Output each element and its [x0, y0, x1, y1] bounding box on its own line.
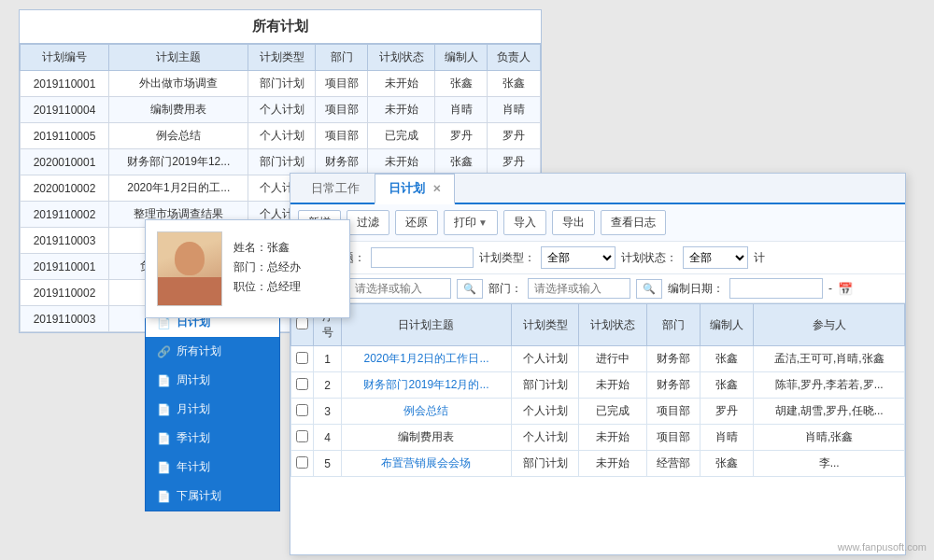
table-cell: 2019110004 — [21, 97, 109, 123]
bg-panel-title: 所有计划 — [20, 10, 541, 44]
sidebar-item-所有计划[interactable]: 🔗所有计划 — [146, 337, 279, 366]
row-dept: 经营部 — [646, 451, 700, 477]
topic-link[interactable]: 财务部门2019年12月的... — [363, 378, 488, 391]
row-editor: 张鑫 — [700, 346, 754, 372]
table-cell: 2019110002 — [21, 202, 109, 228]
sidebar-item-label: 周计划 — [177, 372, 210, 388]
row-dept: 项目部 — [646, 399, 700, 425]
main-table-header: 部门 — [646, 304, 700, 346]
editor-filter-input[interactable] — [348, 278, 451, 299]
table-cell: 项目部 — [316, 71, 368, 97]
dept-search-button[interactable]: 🔍 — [636, 279, 662, 299]
bg-table-header: 负责人 — [488, 45, 541, 71]
tab-close-icon[interactable]: ✕ — [432, 183, 441, 194]
row-checkbox[interactable] — [296, 352, 308, 364]
tab-daily-work[interactable]: 日常工作 — [298, 175, 373, 203]
row-number: 4 — [314, 425, 342, 451]
tab-daily-plan[interactable]: 日计划 ✕ — [375, 174, 455, 204]
tab-daily-work-label: 日常工作 — [311, 181, 360, 195]
position-label: 职位： — [234, 280, 267, 293]
row-dept: 财务部 — [646, 346, 700, 372]
table-row[interactable]: 2019110005例会总结个人计划项目部已完成罗丹罗丹 — [21, 123, 541, 149]
row-type: 部门计划 — [511, 372, 579, 399]
dept-label: 部门： — [234, 260, 267, 273]
topic-filter-input[interactable] — [371, 247, 474, 268]
user-position-row: 职位：总经理 — [234, 279, 338, 295]
row-checkbox[interactable] — [296, 430, 308, 442]
table-row[interactable]: 2019110001外出做市场调查部门计划项目部未开始张鑫张鑫 — [21, 71, 541, 97]
sidebar-item-label: 下属计划 — [177, 488, 221, 504]
editor-search-button[interactable]: 🔍 — [457, 279, 483, 299]
table-cell: 张鑫 — [435, 149, 488, 175]
row-type: 个人计划 — [511, 346, 579, 372]
extra-label: 计 — [754, 250, 765, 266]
filter-button[interactable]: 过滤 — [347, 210, 389, 235]
avatar — [157, 231, 222, 306]
tab-daily-plan-label: 日计划 — [389, 181, 425, 195]
sidebar-item-下属计划[interactable]: 📄下属计划 — [146, 482, 279, 511]
log-button[interactable]: 查看日志 — [601, 210, 666, 235]
table-row[interactable]: 2020010001财务部门2019年12...部门计划财务部未开始张鑫罗丹 — [21, 149, 541, 175]
date-start-input[interactable] — [729, 278, 823, 299]
table-row[interactable]: 2财务部门2019年12月的...部门计划未开始财务部张鑫陈菲,罗丹,李若若,罗… — [291, 372, 905, 399]
type-filter-select[interactable]: 全部 个人计划 部门计划 — [541, 246, 616, 269]
filter-row-2: 编制人： 🔍 部门： 🔍 编制日期： - 📅 — [290, 274, 905, 303]
row-checkbox[interactable] — [296, 404, 308, 416]
sidebar-item-月计划[interactable]: 📄月计划 — [146, 395, 279, 424]
table-cell: 部门计划 — [248, 149, 316, 175]
row-editor: 张鑫 — [700, 451, 754, 477]
status-filter-select[interactable]: 全部 未开始 进行中 已完成 — [683, 246, 748, 269]
row-editor: 罗丹 — [700, 399, 754, 425]
row-participants: 孟洁,王可可,肖晴,张鑫 — [754, 346, 905, 372]
bg-table-header: 计划类型 — [248, 45, 316, 71]
row-editor: 张鑫 — [700, 372, 754, 399]
dept-filter-label: 部门： — [488, 281, 522, 297]
data-table: 序号日计划主题计划类型计划状态部门编制人参与人 12020年1月2日的工作日..… — [290, 303, 905, 477]
table-cell: 2019110001 — [21, 254, 109, 280]
sidebar-item-年计划[interactable]: 📄年计划 — [146, 453, 279, 482]
position-value: 总经理 — [267, 280, 301, 293]
row-topic[interactable]: 布置营销展会会场 — [342, 451, 512, 477]
table-cell: 肖晴 — [488, 97, 541, 123]
table-cell: 肖晴 — [435, 97, 488, 123]
row-topic[interactable]: 2020年1月2日的工作日... — [342, 346, 512, 372]
row-participants: 陈菲,罗丹,李若若,罗... — [754, 372, 905, 399]
table-row[interactable]: 4编制费用表个人计划未开始项目部肖晴肖晴,张鑫 — [291, 425, 905, 451]
print-label: 打印 — [454, 215, 476, 231]
row-topic[interactable]: 例会总结 — [342, 399, 512, 425]
user-dept-row: 部门：总经办 — [234, 259, 338, 275]
export-button[interactable]: 导出 — [552, 210, 595, 235]
user-name-row: 姓名：张鑫 — [234, 240, 338, 256]
table-row[interactable]: 3例会总结个人计划已完成项目部罗丹胡建,胡雪,罗丹,任晓... — [291, 399, 905, 425]
sidebar-item-周计划[interactable]: 📄周计划 — [146, 366, 279, 395]
row-topic: 编制费用表 — [342, 425, 512, 451]
topic-link[interactable]: 例会总结 — [403, 404, 448, 417]
row-type: 个人计划 — [511, 425, 579, 451]
topic-link[interactable]: 2020年1月2日的工作日... — [363, 352, 488, 365]
main-table-header: 编制人 — [700, 304, 754, 346]
table-row[interactable]: 12020年1月2日的工作日...个人计划进行中财务部张鑫孟洁,王可可,肖晴,张… — [291, 346, 905, 372]
table-cell: 2020010001 — [21, 149, 109, 175]
table-cell: 个人计划 — [248, 123, 316, 149]
table-cell: 例会总结 — [109, 123, 248, 149]
table-cell: 2019110001 — [21, 71, 109, 97]
sidebar-item-季计划[interactable]: 📄季计划 — [146, 424, 279, 453]
select-all-checkbox[interactable] — [296, 317, 308, 329]
sidebar-item-icon: 📄 — [157, 461, 171, 474]
import-button[interactable]: 导入 — [503, 210, 546, 235]
row-topic[interactable]: 财务部门2019年12月的... — [342, 372, 512, 399]
row-type: 部门计划 — [511, 451, 579, 477]
table-row[interactable]: 5布置营销展会会场部门计划未开始经营部张鑫李... — [291, 451, 905, 477]
row-checkbox[interactable] — [296, 456, 308, 469]
table-row[interactable]: 2019110004编制费用表个人计划项目部未开始肖晴肖晴 — [21, 97, 541, 123]
dept-filter-input[interactable] — [528, 278, 630, 299]
table-cell: 财务部门2019年12... — [109, 149, 248, 175]
restore-button[interactable]: 还原 — [395, 210, 438, 235]
topic-link[interactable]: 布置营销展会会场 — [381, 456, 471, 469]
table-cell: 财务部 — [316, 149, 368, 175]
row-number: 3 — [314, 399, 342, 425]
print-button[interactable]: 打印 ▼ — [444, 210, 498, 235]
row-checkbox[interactable] — [296, 378, 308, 390]
watermark: www.fanpusoft.com — [838, 541, 927, 553]
name-value: 张鑫 — [267, 241, 290, 254]
